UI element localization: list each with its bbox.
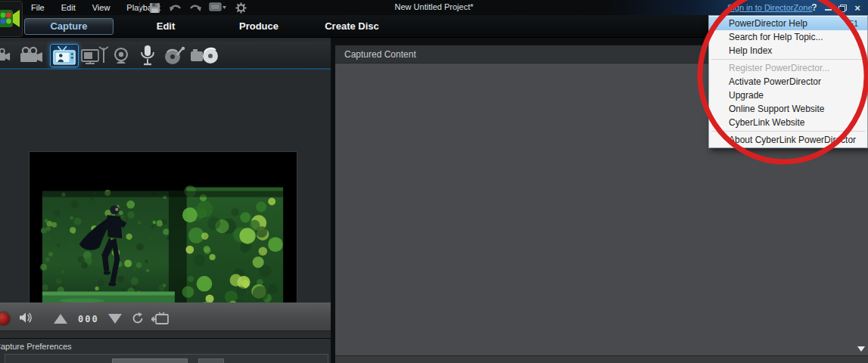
capture-preferences-label: Capture Preferences — [0, 342, 72, 351]
speaker-icon[interactable] — [19, 312, 33, 323]
restore-icon — [838, 5, 845, 11]
source-dv-camcorder-button[interactable] — [0, 47, 11, 64]
powerdirector-logo — [0, 1, 23, 37]
source-external-disc-button[interactable] — [189, 45, 222, 66]
channel-up-icon[interactable] — [54, 314, 67, 324]
source-webcam-button[interactable] — [111, 46, 131, 65]
menu-item-shortcut: F1 — [848, 17, 858, 30]
save-icon[interactable] — [147, 2, 162, 14]
up-triangle — [54, 314, 67, 324]
webcam-icon — [112, 47, 130, 65]
scroll-down-icon[interactable] — [857, 346, 865, 352]
channel-down-icon[interactable] — [108, 314, 122, 324]
undo-icon[interactable] — [167, 2, 182, 14]
captured-content-title: Captured Content — [344, 49, 416, 60]
minimize-icon — [825, 9, 832, 11]
digital-tv-signal-icon — [81, 46, 110, 66]
menu-item-label: Register PowerDirector... — [729, 61, 829, 75]
source-microphone-button[interactable] — [136, 44, 159, 67]
tab-create-disc[interactable]: Create Disc — [322, 20, 382, 32]
capture-source-toolbar — [0, 42, 333, 70]
help-button[interactable]: ? — [808, 0, 820, 15]
source-hdv-camcorder-button[interactable] — [18, 45, 44, 65]
menu-item-cyberlink-website[interactable]: CyberLink Website — [709, 116, 867, 129]
redo-icon[interactable] — [188, 2, 203, 14]
titlebar: File Edit View Playback New Untitled Pro… — [0, 0, 868, 15]
menu-item-online-support-website[interactable]: Online Support Website — [709, 102, 867, 116]
menu-item-upgrade[interactable]: Upgrade — [709, 88, 867, 102]
settings-gear-icon[interactable] — [233, 2, 248, 14]
source-tv-signal-button[interactable] — [50, 44, 79, 67]
camera-logo-icon — [0, 2, 22, 36]
menu-item-label: CyberLink Website — [729, 116, 805, 129]
menu-item-register-powerdirector: Register PowerDirector... — [709, 61, 867, 75]
external-disc-device-icon — [190, 46, 222, 66]
select-capture-device-icon[interactable] — [208, 2, 228, 14]
menu-separator — [711, 131, 865, 132]
down-triangle — [108, 314, 122, 324]
dv-camcorder-icon — [0, 48, 11, 63]
powerdirector-window: File Edit View Playback New Untitled Pro… — [0, 0, 868, 363]
toolbar-separator — [139, 2, 140, 13]
close-button[interactable]: × — [851, 0, 864, 15]
channel-number: 000 — [78, 314, 99, 324]
snapshot-icon[interactable] — [151, 312, 170, 325]
microphone-icon — [138, 45, 157, 67]
tv-signal-icon — [52, 45, 76, 66]
sign-in-directorzone-link[interactable]: Sign in to DirectorZone — [727, 3, 813, 12]
tab-produce[interactable]: Produce — [235, 20, 283, 32]
quick-toolbar — [147, 2, 248, 14]
project-title: New Untitled Project* — [395, 2, 474, 11]
source-audio-device-button[interactable] — [162, 45, 188, 66]
restore-button[interactable] — [835, 0, 848, 15]
source-digital-tv-signal-button[interactable] — [80, 45, 110, 66]
preferences-button-small-partial[interactable] — [198, 358, 224, 363]
control-bar-underside — [0, 330, 333, 338]
right-panel-bottom-strip — [335, 355, 868, 363]
menu-item-label: Search for Help Topic... — [729, 30, 823, 44]
minimize-button[interactable] — [822, 0, 834, 15]
refresh-icon[interactable] — [131, 312, 144, 324]
menu-item-label: Online Support Website — [729, 102, 825, 116]
menu-item-about-cyberlink-powerdirector[interactable]: About CyberLink PowerDirector — [709, 133, 867, 147]
menu-item-activate-powerdirector[interactable]: Activate PowerDirector — [709, 75, 867, 88]
menu-view[interactable]: View — [84, 3, 119, 12]
menu-item-label: Upgrade — [729, 88, 764, 102]
audio-device-icon — [163, 46, 186, 66]
menu-separator — [711, 59, 865, 60]
menu-edit[interactable]: Edit — [53, 3, 84, 12]
tab-capture[interactable]: Capture — [24, 18, 114, 35]
menu-item-label: PowerDirector Help — [729, 17, 807, 30]
hdv-camcorder-icon — [19, 46, 43, 64]
menu-item-label: About CyberLink PowerDirector — [729, 133, 856, 147]
help-menu: PowerDirector Help F1 Search for Help To… — [708, 15, 868, 148]
menu-item-help-index[interactable]: Help Index — [709, 44, 867, 57]
menu-file[interactable]: File — [23, 3, 53, 12]
preview-area — [0, 70, 333, 302]
tab-edit[interactable]: Edit — [143, 20, 188, 32]
menu-item-powerdirector-help[interactable]: PowerDirector Help F1 — [709, 17, 867, 30]
preferences-button-partial[interactable] — [112, 358, 188, 363]
menu-item-search-help-topic[interactable]: Search for Help Topic... — [709, 30, 867, 44]
menu-item-label: Activate PowerDirector — [729, 75, 821, 88]
menu-item-label: Help Index — [729, 44, 772, 57]
